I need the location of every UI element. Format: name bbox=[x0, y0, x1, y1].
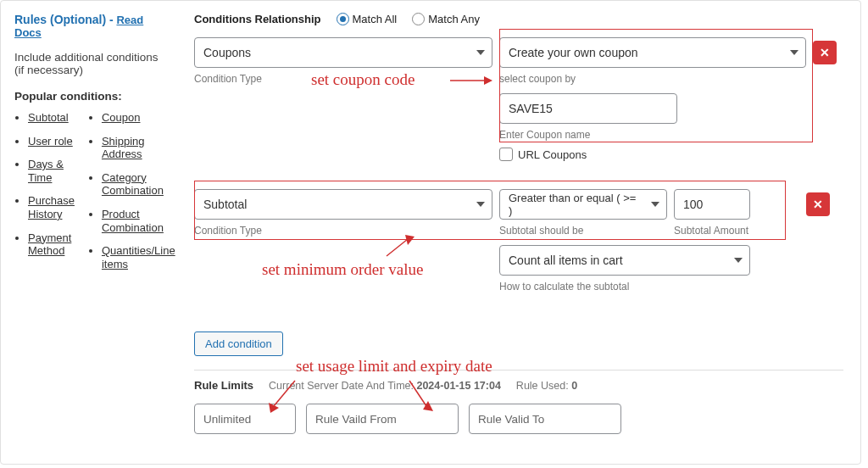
sidebar-description: Include additional conditions (if necess… bbox=[14, 51, 169, 76]
url-coupons-checkbox[interactable]: URL Coupons bbox=[499, 148, 587, 161]
popular-item[interactable]: Product Combination bbox=[102, 208, 175, 234]
subtotal-operator-select[interactable]: Greater than or equal ( >= ) bbox=[499, 189, 667, 220]
radio-unchecked-icon bbox=[412, 13, 425, 25]
popular-item[interactable]: Quantities/Line items bbox=[102, 244, 175, 270]
conditions-relationship: Conditions Relationship Match All Match … bbox=[194, 13, 843, 25]
close-icon: ✕ bbox=[813, 198, 823, 211]
sidebar-title: Rules (Optional) - Read Docs bbox=[14, 13, 169, 39]
chevron-down-icon bbox=[734, 258, 743, 263]
popular-list-right: Coupon Shipping Address Category Combina… bbox=[88, 111, 175, 281]
coupon-code-input[interactable]: SAVE15 bbox=[499, 93, 677, 124]
usage-limit-input[interactable]: Unlimited bbox=[194, 404, 296, 434]
match-all-radio[interactable]: Match All bbox=[337, 13, 398, 25]
popular-list-left: Subtotal User role Days & Time Purchase … bbox=[14, 111, 75, 281]
annotation-text: set minimum order value bbox=[262, 260, 423, 279]
popular-item[interactable]: User role bbox=[28, 135, 75, 148]
condition-row-coupons: Coupons Condition Type Create your own c… bbox=[194, 37, 843, 164]
popular-item[interactable]: Days & Time bbox=[28, 158, 75, 184]
popular-item[interactable]: Coupon bbox=[102, 111, 175, 125]
popular-conditions-heading: Popular conditions: bbox=[14, 90, 169, 103]
chevron-down-icon bbox=[476, 202, 485, 207]
chevron-down-icon bbox=[790, 50, 798, 55]
delete-condition-button[interactable]: ✕ bbox=[813, 41, 837, 64]
add-condition-button[interactable]: Add condition bbox=[194, 332, 283, 356]
chevron-down-icon bbox=[651, 202, 659, 207]
subtotal-amount-input[interactable]: 100 bbox=[674, 189, 750, 220]
annotation-text: set usage limit and expiry date bbox=[296, 357, 492, 376]
popular-item[interactable]: Shipping Address bbox=[102, 135, 175, 161]
rules-sidebar: Rules (Optional) - Read Docs Include add… bbox=[1, 1, 181, 464]
checkbox-unchecked-icon bbox=[499, 148, 513, 161]
radio-checked-icon bbox=[337, 13, 349, 25]
popular-item[interactable]: Category Combination bbox=[102, 171, 175, 198]
popular-item[interactable]: Subtotal bbox=[28, 111, 75, 125]
popular-item[interactable]: Purchase History bbox=[28, 194, 75, 220]
subtotal-calc-select[interactable]: Count all items in cart bbox=[499, 245, 750, 276]
select-coupon-by[interactable]: Create your own coupon bbox=[499, 37, 806, 68]
close-icon: ✕ bbox=[820, 46, 830, 59]
valid-from-input[interactable]: Rule Vaild From bbox=[306, 404, 459, 434]
match-any-radio[interactable]: Match Any bbox=[412, 13, 480, 25]
rule-limits-header: Rule Limits Current Server Date And Time… bbox=[194, 379, 843, 392]
valid-to-input[interactable]: Rule Valid To bbox=[469, 404, 621, 434]
popular-item[interactable]: Payment Method bbox=[28, 231, 75, 258]
annotation-text: set coupon code bbox=[311, 70, 415, 89]
rules-main: Conditions Relationship Match All Match … bbox=[181, 1, 860, 464]
delete-condition-button[interactable]: ✕ bbox=[806, 192, 830, 216]
condition-type-select[interactable]: Coupons bbox=[194, 37, 492, 68]
condition-type-select[interactable]: Subtotal bbox=[194, 189, 492, 220]
chevron-down-icon bbox=[476, 50, 485, 55]
